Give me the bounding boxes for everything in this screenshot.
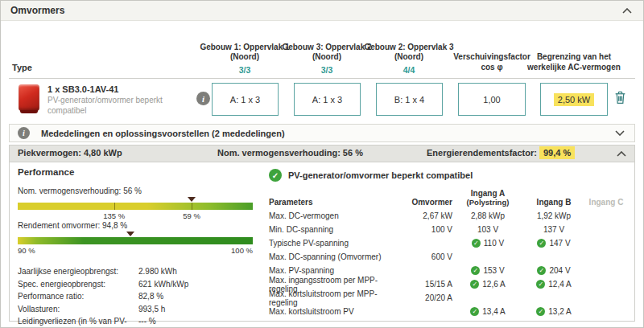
stat-row: Performance ratio: 82,8 %	[18, 290, 264, 303]
string-assignment-box-3[interactable]: B: 1 x 4	[376, 83, 443, 116]
compatibility-title: PV-generator/omvormer beperkt compatibel	[288, 170, 473, 180]
eef-highlighted-value: 99,4 %	[539, 146, 575, 159]
messages-expand-chevron-down-icon[interactable]	[613, 129, 626, 137]
efficiency-gauge: 90 % 100 %	[18, 237, 253, 244]
ok-check-icon: ✓	[536, 280, 545, 289]
inverter-row: 1 x SB3.0-1AV-41 PV-generator/omvormer b…	[1, 79, 643, 122]
module-count: 3/3	[282, 65, 372, 76]
parameters-table: Parameters Omvormer Ingang A (Polystring…	[269, 189, 630, 318]
performance-panel: Performance Nom. vermogensverhouding: 56…	[18, 162, 264, 328]
efficiency-gauge-label: Rendement omvormer: 94,8 %	[18, 221, 264, 230]
ratio-gauge-label: Nom. vermogensverhouding: 56 %	[18, 187, 264, 195]
ok-check-icon: ✓	[472, 239, 481, 248]
col-omvormer: Omvormer	[406, 198, 452, 210]
col-ingang-b: Ingang B	[523, 198, 584, 210]
performance-title: Performance	[18, 167, 264, 177]
ac-limit-highlighted-value: 2,50 kW	[554, 93, 594, 106]
panel-header: Omvormers	[1, 1, 643, 21]
type-column-label: Type	[12, 63, 32, 72]
efficiency-gauge-max: 100 %	[231, 246, 253, 255]
surface-column-1: Gebouw 1: Oppervlak 1 (Noord) 3/3	[200, 43, 290, 76]
ac-limit-value-box[interactable]: 2,50 kW	[540, 83, 608, 116]
stat-row: Jaarlijkse energieopbrengst: 2.980 kWh	[18, 265, 264, 278]
inverter-info-icon[interactable]: i	[196, 92, 210, 105]
surface-name: Gebouw 3: Oppervlak 2	[282, 43, 372, 53]
delete-inverter-trash-icon[interactable]	[614, 91, 626, 108]
string-assignment-box-2[interactable]: A: 1 x 3	[294, 83, 361, 116]
column-header-row: Type Gebouw 1: Oppervlak 1 (Noord) 3/3 G…	[1, 21, 643, 79]
peak-power-summary: Piekvermogen: 4,80 kWp	[18, 148, 122, 158]
stat-row: Spec. energieopbrengst: 621 kWh/kWp	[18, 278, 264, 291]
surface-name: Gebouw 2: Oppervlak 3	[364, 43, 454, 53]
ok-check-icon: ✓	[470, 307, 479, 316]
inverter-status-line2: compatibel	[47, 105, 192, 116]
surface-orientation: (Noord)	[282, 52, 372, 63]
energy-efficiency-factor-summary: Energierendementsfactor: 99,4 %	[427, 148, 575, 158]
surface-column-2: Gebouw 3: Oppervlak 2 (Noord) 3/3	[282, 43, 372, 76]
messages-bar[interactable]: i Mededelingen en oplossingsvoorstellen …	[9, 124, 635, 142]
ratio-gauge-tick-b: 59 %	[183, 211, 200, 220]
col-ingang-c: Ingang C	[584, 198, 628, 210]
panel-title: Omvormers	[10, 5, 64, 16]
efficiency-gauge-min: 90 %	[18, 246, 35, 255]
stat-row: Vollasturen: 993,5 h	[18, 303, 264, 316]
collapse-panel-chevron-up-icon[interactable]	[621, 6, 634, 15]
summary-collapse-chevron-up-icon[interactable]	[615, 150, 628, 158]
omvormers-panel: Omvormers Type Gebouw 1: Oppervlak 1 (No…	[0, 0, 644, 328]
performance-stats: Jaarlijkse energieopbrengst: 2.980 kWh S…	[18, 265, 264, 328]
surface-column-3: Gebouw 2: Oppervlak 3 (Noord) 4/4	[364, 43, 454, 76]
ac-limit-column-header: Begrenzing van het werkelijke AC-vermoge…	[524, 51, 624, 72]
messages-label: Mededelingen en oplossingsvoorstellen (2…	[41, 129, 285, 138]
module-count: 4/4	[364, 65, 454, 76]
ok-check-icon: ✓	[470, 280, 479, 289]
messages-info-icon: i	[18, 127, 30, 139]
surface-orientation: (Noord)	[200, 52, 290, 63]
detail-area: Performance Nom. vermogensverhouding: 56…	[10, 162, 634, 322]
cos-phi-value-box[interactable]: 1,00	[458, 83, 526, 116]
col-parameters: Parameters	[269, 198, 406, 210]
compatibility-header: ✓ PV-generator/omvormer beperkt compatib…	[269, 169, 630, 182]
surface-name: Gebouw 1: Oppervlak 1	[200, 43, 290, 53]
ratio-gauge-tick-a: 135 %	[103, 211, 125, 220]
inverter-status-line1: PV-generator/omvormer beperkt	[47, 95, 192, 105]
ok-check-icon: ✓	[471, 266, 480, 275]
inverter-device-icon	[17, 84, 41, 113]
ok-check-icon: ✓	[269, 169, 282, 182]
ok-check-icon: ✓	[536, 307, 545, 316]
efficiency-gauge-bar	[18, 237, 253, 244]
ratio-gauge-bar	[18, 203, 253, 210]
ratio-gauge-marker	[188, 197, 196, 202]
summary-bar: Piekvermogen: 4,80 kWp Nom. vermogensver…	[10, 146, 634, 162]
ok-check-icon: ✓	[537, 266, 546, 275]
ok-check-icon: ✓	[537, 239, 546, 248]
inverter-name: 1 x SB3.0-1AV-41	[47, 84, 192, 95]
efficiency-gauge-marker	[126, 232, 134, 236]
nominal-power-ratio-summary: Nom. vermogensverhouding: 56 %	[217, 148, 363, 158]
stat-row: Leidingverliezen (in % van PV-energie): …	[18, 315, 264, 328]
module-count: 3/3	[200, 65, 290, 76]
col-ingang-a: Ingang A (Polystring)	[452, 189, 523, 209]
results-block: Piekvermogen: 4,80 kWp Nom. vermogensver…	[9, 145, 635, 322]
ratio-gauge: 135 % 59 %	[18, 203, 253, 210]
string-assignment-box-1[interactable]: A: 1 x 3	[212, 83, 279, 116]
compatibility-panel: ✓ PV-generator/omvormer beperkt compatib…	[269, 162, 630, 318]
surface-orientation: (Noord)	[364, 52, 454, 63]
